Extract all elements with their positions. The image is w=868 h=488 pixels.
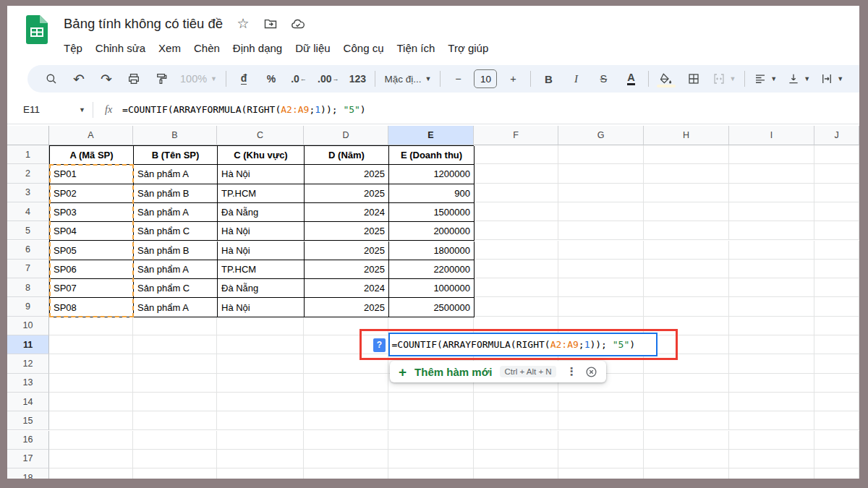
- table-cell[interactable]: 900: [389, 184, 475, 203]
- cell-F17[interactable]: [474, 450, 558, 468]
- redo-button[interactable]: ↷: [93, 69, 120, 89]
- row-header-13[interactable]: 13: [7, 374, 49, 393]
- bold-button[interactable]: B: [535, 69, 562, 89]
- row-header-15[interactable]: 15: [7, 411, 49, 430]
- cell-G15[interactable]: [558, 411, 644, 430]
- cell-G7[interactable]: [558, 260, 644, 278]
- cell-A18[interactable]: [49, 468, 133, 479]
- decrease-decimal-button[interactable]: .0←: [285, 69, 312, 89]
- table-cell[interactable]: Hà Nội: [218, 241, 305, 260]
- cell-G18[interactable]: [558, 468, 644, 479]
- column-header-G[interactable]: G: [558, 126, 644, 145]
- table-cell[interactable]: 2025: [305, 222, 389, 241]
- table-header-cell[interactable]: B (Tên SP): [134, 146, 218, 165]
- horizontal-align-button[interactable]: ▼: [749, 69, 782, 89]
- column-header-A[interactable]: A: [49, 126, 133, 145]
- table-cell[interactable]: Sản phẩm B: [134, 241, 218, 260]
- row-header-2[interactable]: 2: [7, 164, 49, 183]
- cell-J6[interactable]: [814, 241, 859, 260]
- cell-C16[interactable]: [217, 431, 304, 450]
- table-header-cell[interactable]: D (Năm): [305, 146, 389, 165]
- menu-item-định-dạng[interactable]: Định dạng: [226, 40, 289, 56]
- cell-I3[interactable]: [729, 184, 814, 202]
- table-header-cell[interactable]: E (Doanh thu): [389, 146, 475, 165]
- decrease-font-size-button[interactable]: −: [444, 69, 472, 89]
- cell-H9[interactable]: [644, 297, 729, 316]
- table-cell[interactable]: Sản phẩm C: [134, 279, 218, 298]
- cell-G8[interactable]: [558, 278, 644, 297]
- cell-F6[interactable]: [474, 241, 558, 260]
- cell-H16[interactable]: [644, 431, 729, 450]
- cell-C14[interactable]: [217, 393, 304, 411]
- column-header-D[interactable]: D: [304, 126, 388, 145]
- cell-D12[interactable]: [304, 354, 388, 373]
- cell-H18[interactable]: [644, 468, 729, 479]
- cloud-save-status-icon[interactable]: [291, 17, 305, 31]
- cell-I1[interactable]: [729, 145, 814, 164]
- undo-button[interactable]: ↶: [65, 69, 93, 89]
- row-header-10[interactable]: 10: [7, 317, 49, 335]
- cell-J2[interactable]: [814, 164, 859, 183]
- cell-H14[interactable]: [644, 393, 729, 411]
- cell-J16[interactable]: [814, 431, 859, 450]
- increase-font-size-button[interactable]: +: [499, 69, 527, 89]
- cell-I16[interactable]: [729, 431, 814, 450]
- row-header-14[interactable]: 14: [7, 393, 49, 411]
- font-select[interactable]: Mặc đị...▼: [379, 69, 436, 89]
- cell-D14[interactable]: [304, 393, 388, 411]
- table-cell[interactable]: 2025: [305, 260, 389, 279]
- cell-H8[interactable]: [644, 278, 729, 297]
- cell-F16[interactable]: [474, 431, 558, 450]
- cell-C10[interactable]: [217, 317, 304, 335]
- cell-B16[interactable]: [133, 431, 217, 450]
- cell-J18[interactable]: [814, 468, 859, 479]
- table-cell[interactable]: 2025: [305, 298, 389, 317]
- row-header-6[interactable]: 6: [7, 241, 49, 260]
- cell-I7[interactable]: [729, 260, 814, 278]
- table-cell[interactable]: TP.HCM: [218, 184, 305, 203]
- cell-B10[interactable]: [133, 317, 217, 335]
- cell-E18[interactable]: [388, 468, 474, 479]
- cell-editor[interactable]: =COUNTIF(ARRAYFORMULA(RIGHT(A2:A9;1)); "…: [388, 333, 658, 356]
- cell-E15[interactable]: [388, 411, 474, 430]
- table-cell[interactable]: Sản phẩm A: [134, 203, 218, 222]
- text-color-button[interactable]: A: [617, 69, 644, 89]
- cell-F9[interactable]: [474, 297, 558, 316]
- cell-J14[interactable]: [814, 393, 859, 411]
- cell-I15[interactable]: [729, 411, 814, 430]
- text-wrap-button[interactable]: ▼: [815, 69, 848, 89]
- cell-J4[interactable]: [814, 202, 859, 221]
- column-header-F[interactable]: F: [474, 126, 558, 145]
- cell-H13[interactable]: [644, 374, 729, 393]
- column-header-E[interactable]: E: [388, 126, 474, 145]
- row-header-9[interactable]: 9: [7, 297, 49, 316]
- menu-item-tệp[interactable]: Tệp: [57, 40, 89, 56]
- row-header-1[interactable]: 1: [7, 145, 49, 164]
- table-header-cell[interactable]: C (Khu vực): [218, 146, 305, 165]
- table-cell[interactable]: Sản phẩm A: [134, 165, 218, 184]
- cell-G9[interactable]: [558, 297, 644, 316]
- new-function-button[interactable]: Thêm hàm mới: [414, 366, 492, 378]
- cell-B12[interactable]: [133, 354, 217, 373]
- cell-F7[interactable]: [474, 260, 558, 278]
- cell-D16[interactable]: [304, 431, 388, 450]
- cell-J9[interactable]: [814, 297, 859, 316]
- cell-A14[interactable]: [49, 393, 133, 411]
- table-cell[interactable]: 2025: [305, 241, 389, 260]
- cell-I13[interactable]: [729, 374, 814, 393]
- table-cell[interactable]: 1000000: [389, 279, 475, 298]
- row-header-5[interactable]: 5: [7, 221, 49, 240]
- row-header-18[interactable]: 18: [7, 468, 49, 479]
- table-cell[interactable]: Sản phẩm A: [134, 260, 218, 279]
- cell-C12[interactable]: [217, 354, 304, 373]
- star-icon[interactable]: ☆: [236, 17, 250, 31]
- cell-G2[interactable]: [558, 164, 644, 183]
- row-header-3[interactable]: 3: [7, 184, 49, 202]
- cell-H6[interactable]: [644, 241, 729, 260]
- cell-I11[interactable]: [729, 335, 814, 354]
- close-icon[interactable]: [585, 366, 597, 378]
- paint-format-button[interactable]: [148, 69, 175, 89]
- cell-G17[interactable]: [558, 450, 644, 468]
- formula-input[interactable]: =COUNTIF(ARRAYFORMULA(RIGHT(A2:A9;1)); "…: [122, 104, 366, 115]
- cell-I18[interactable]: [729, 468, 814, 479]
